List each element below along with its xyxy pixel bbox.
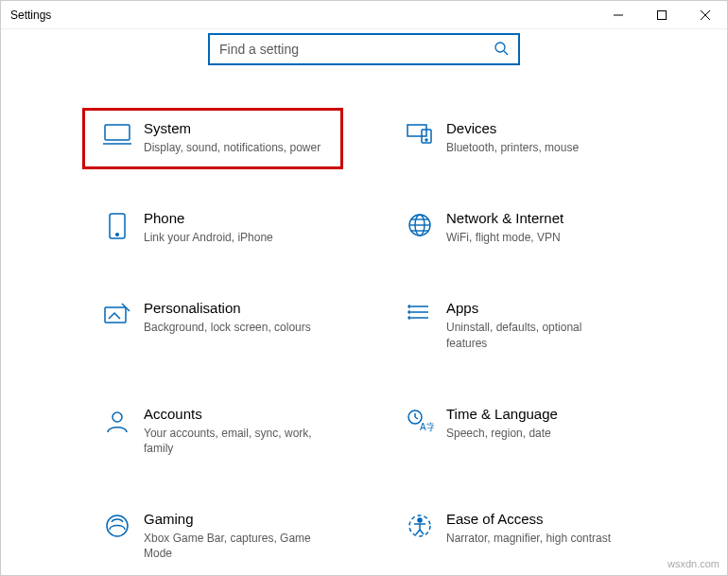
tile-desc: Bluetooth, printers, mouse (446, 140, 626, 155)
ease-icon (399, 511, 441, 539)
tile-desc: Link your Android, iPhone (144, 230, 323, 245)
tile-desc: Narrator, magnifier, high contrast (446, 531, 626, 546)
tile-phone[interactable]: Phone Link your Android, iPhone (85, 201, 340, 256)
search-box[interactable] (208, 33, 520, 65)
svg-point-4 (495, 43, 505, 52)
svg-rect-1 (658, 11, 667, 20)
window-controls (597, 1, 727, 28)
svg-line-5 (504, 51, 508, 55)
tile-desc: Background, lock screen, colours (144, 320, 323, 335)
svg-point-12 (116, 234, 119, 236)
tile-desc: Xbox Game Bar, captures, Game Mode (144, 531, 323, 561)
tile-title: Devices (446, 120, 632, 136)
svg-rect-6 (105, 125, 130, 140)
tile-desc: WiFi, flight mode, VPN (446, 230, 626, 245)
svg-point-24 (408, 311, 410, 313)
minimize-button[interactable] (597, 1, 640, 29)
time-language-icon: A字 (399, 406, 441, 434)
tile-personalisation[interactable]: Personalisation Background, lock screen,… (85, 290, 340, 361)
tile-title: Time & Language (446, 406, 632, 422)
gaming-icon (96, 511, 138, 539)
search-icon (494, 41, 509, 59)
svg-point-23 (408, 305, 410, 307)
tile-ease-of-access[interactable]: Ease of Access Narrator, magnifier, high… (388, 501, 643, 572)
svg-text:A字: A字 (420, 422, 434, 432)
tile-title: Accounts (144, 406, 329, 422)
devices-icon (399, 120, 441, 147)
phone-icon (96, 210, 138, 240)
tile-accounts[interactable]: Accounts Your accounts, email, sync, wor… (85, 396, 340, 467)
tile-title: Gaming (144, 511, 329, 527)
svg-point-25 (408, 317, 410, 319)
svg-line-37 (420, 530, 424, 534)
tile-network[interactable]: Network & Internet WiFi, flight mode, VP… (388, 201, 643, 256)
maximize-button[interactable] (640, 1, 684, 29)
tile-desc: Display, sound, notifications, power (144, 140, 323, 155)
tile-devices[interactable]: Devices Bluetooth, printers, mouse (388, 111, 643, 166)
apps-icon (399, 300, 441, 326)
tile-system[interactable]: System Display, sound, notifications, po… (82, 108, 343, 169)
content-area: System Display, sound, notifications, po… (1, 29, 727, 575)
svg-point-26 (113, 412, 122, 422)
paint-icon (96, 300, 138, 326)
tile-apps[interactable]: Apps Uninstall, defaults, optional featu… (388, 290, 643, 361)
svg-rect-8 (407, 125, 426, 136)
tile-title: Network & Internet (446, 210, 632, 226)
tile-title: Apps (446, 300, 632, 316)
tile-title: Personalisation (144, 300, 329, 316)
tile-desc: Uninstall, defaults, optional features (446, 320, 626, 350)
svg-line-36 (416, 530, 420, 534)
tile-title: System (144, 120, 329, 136)
tile-title: Ease of Access (446, 511, 632, 527)
tile-desc: Speech, region, date (446, 426, 626, 441)
system-icon (96, 120, 138, 147)
titlebar: Settings (1, 1, 727, 29)
tile-title: Phone (144, 210, 329, 226)
watermark: wsxdn.com (667, 558, 719, 569)
settings-grid: System Display, sound, notifications, po… (1, 111, 727, 573)
accounts-icon (96, 406, 138, 434)
search-input[interactable] (219, 42, 494, 57)
svg-point-33 (418, 518, 422, 522)
globe-icon (399, 210, 441, 238)
tile-gaming[interactable]: Gaming Xbox Game Bar, captures, Game Mod… (85, 501, 340, 572)
svg-point-10 (425, 139, 427, 141)
svg-line-29 (415, 417, 418, 419)
close-button[interactable] (684, 1, 727, 29)
window-title: Settings (10, 9, 51, 22)
tile-time-language[interactable]: A字 Time & Language Speech, region, date (388, 396, 643, 467)
tile-desc: Your accounts, email, sync, work, family (144, 426, 323, 456)
